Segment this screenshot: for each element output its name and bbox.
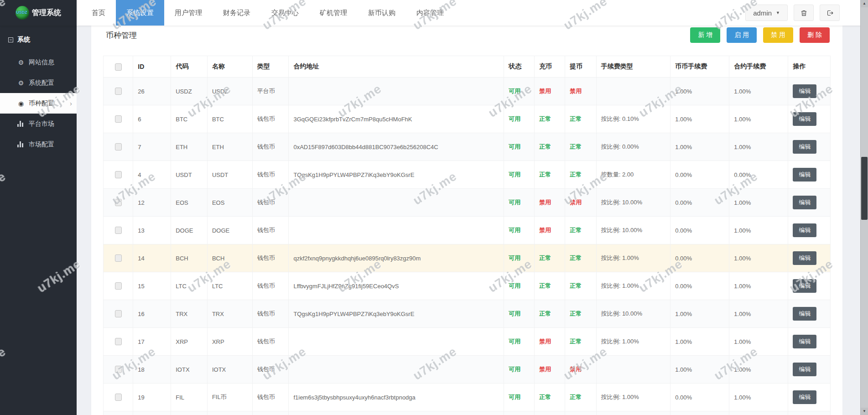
cell-actions: 编辑: [788, 356, 831, 384]
cell-coin-fee: 1.00%: [670, 78, 729, 105]
scrollbar-thumb[interactable]: [861, 157, 868, 220]
cell-checkbox: [104, 133, 133, 161]
table-header-row: ID代码名称类型合约地址状态充币提币手续费类型币币手续费合约手续费操作: [104, 56, 831, 78]
scroll-up-icon[interactable]: ▲: [861, 0, 868, 7]
cell-code: FIL: [171, 384, 208, 411]
row-checkbox[interactable]: [115, 171, 122, 178]
edit-button[interactable]: 编辑: [793, 168, 816, 182]
cell-coin-fee: 0.00%: [670, 189, 729, 217]
cell-deposit: 禁用: [535, 78, 565, 105]
cell-name: TRX: [207, 300, 252, 328]
cell-status: 可用: [504, 300, 535, 328]
row-checkbox[interactable]: [115, 115, 122, 123]
row-checkbox[interactable]: [115, 282, 122, 290]
cell-code: IOTX: [171, 356, 208, 384]
cell-actions: 编辑: [788, 161, 831, 189]
edit-button[interactable]: 编辑: [793, 251, 816, 265]
sidebar-section-system[interactable]: 系统: [0, 26, 77, 52]
cell-deposit: 禁用: [535, 356, 565, 384]
cell-address: TQgsKg1H9pPYLW4PBPZ7iKq3ebY9oKGsrE: [289, 300, 504, 328]
action-button[interactable]: 禁 用: [763, 27, 793, 43]
column-header: 手续费类型: [596, 56, 670, 78]
select-all-checkbox[interactable]: [115, 63, 122, 71]
row-checkbox[interactable]: [115, 143, 122, 150]
cell-code: LTC: [171, 272, 208, 300]
row-checkbox[interactable]: [115, 310, 122, 317]
topnav-item[interactable]: 系统设置: [116, 0, 164, 26]
cell-contract-fee: 1.00%: [729, 328, 788, 356]
topnav-item[interactable]: 矿机管理: [309, 0, 358, 26]
logout-icon: [826, 9, 834, 17]
cell-fee-type: 按比例: 0.00%: [596, 133, 670, 161]
row-checkbox[interactable]: [115, 366, 122, 373]
cell-id: 14: [133, 244, 171, 272]
cell-withdraw: 正常: [565, 105, 597, 133]
edit-button[interactable]: 编辑: [793, 84, 816, 98]
sidebar-item[interactable]: ⚙网站信息: [0, 52, 77, 73]
row-checkbox[interactable]: [115, 227, 122, 234]
cell-contract-fee: 1.00%: [729, 78, 788, 105]
table-row: 16TRXTRX钱包币TQgsKg1H9pPYLW4PBPZ7iKq3ebY9o…: [104, 300, 831, 328]
cell-type: 钱包币: [252, 217, 289, 244]
cell-deposit: 正常: [535, 272, 565, 300]
action-button[interactable]: 删 除: [800, 27, 830, 43]
cell-actions: 编辑: [788, 133, 831, 161]
sidebar-item[interactable]: ◉币种配置›: [0, 93, 77, 114]
scroll-down-icon[interactable]: ▼: [861, 408, 868, 415]
edit-button[interactable]: 编辑: [793, 363, 816, 376]
table-row: 4USDTUSDT钱包币TQgsKg1H9pPYLW4PBPZ7iKq3ebY9…: [104, 161, 831, 189]
cell-type: 钱包币: [252, 244, 289, 272]
user-menu-button[interactable]: admin ▼: [745, 5, 788, 21]
cell-fee-type: 按比例: 10.00%: [596, 217, 670, 244]
top-controls: admin ▼: [745, 0, 868, 26]
topnav: 首页系统设置用户管理财务记录交易中心矿机管理新币认购内容管理: [81, 0, 454, 26]
cell-actions: 编辑: [788, 272, 831, 300]
cell-actions: 编辑: [788, 300, 831, 328]
action-button[interactable]: 新 增: [690, 27, 720, 43]
row-checkbox[interactable]: [115, 338, 122, 345]
topnav-item[interactable]: 用户管理: [164, 0, 213, 26]
cell-type: 钱包币: [252, 384, 289, 411]
row-checkbox[interactable]: [115, 394, 122, 401]
topnav-item[interactable]: 新币认购: [358, 0, 406, 26]
gear-icon: ⚙: [17, 79, 25, 87]
topnav-item[interactable]: 首页: [81, 0, 116, 26]
action-button[interactable]: 启 用: [727, 27, 757, 43]
edit-button[interactable]: 编辑: [793, 196, 816, 209]
cell-withdraw: 正常: [565, 300, 597, 328]
row-checkbox[interactable]: [115, 88, 122, 95]
cell-address: [289, 356, 504, 384]
column-header: 合约地址: [289, 56, 504, 78]
column-header: 充币: [535, 56, 565, 78]
cell-name: ETH: [207, 133, 252, 161]
topnav-item[interactable]: 交易中心: [261, 0, 309, 26]
row-checkbox[interactable]: [115, 254, 122, 262]
topnav-item[interactable]: 内容管理: [406, 0, 454, 26]
cell-fee-type: 按比例: 10.00%: [596, 189, 670, 217]
cell-checkbox: [104, 272, 133, 300]
sidebar-item-label: 平台市场: [29, 120, 54, 128]
sidebar-item[interactable]: 市场配置: [0, 134, 77, 155]
sidebar-item[interactable]: 平台市场: [0, 114, 77, 134]
logout-button[interactable]: [820, 5, 840, 21]
edit-button[interactable]: 编辑: [793, 335, 816, 348]
edit-button[interactable]: 编辑: [793, 307, 816, 321]
edit-button[interactable]: 编辑: [793, 112, 816, 126]
edit-button[interactable]: 编辑: [793, 390, 816, 404]
edit-button[interactable]: 编辑: [793, 223, 816, 237]
cell-type: 钱包币: [252, 161, 289, 189]
cell-name: USDZ: [207, 78, 252, 105]
topnav-item[interactable]: 财务记录: [213, 0, 261, 26]
trash-button[interactable]: [794, 5, 814, 21]
scrollbar[interactable]: ▲ ▼: [860, 0, 868, 415]
row-checkbox[interactable]: [115, 199, 122, 206]
card-header: 币种管理 新 增启 用禁 用删 除: [103, 25, 831, 44]
edit-button[interactable]: 编辑: [793, 279, 816, 293]
table-row: 26USDZUSDZ平台币可用禁用禁用1.00%1.00%编辑: [104, 78, 831, 105]
sidebar-item[interactable]: ⚙系统配置: [0, 73, 77, 93]
cell-code: USDZ: [171, 78, 208, 105]
cell-deposit: 禁用: [535, 411, 565, 415]
cell-address: f1iem6s3j5tbysbhpsuxy4uxyh6nacf3rbtpnodg…: [289, 384, 504, 411]
edit-button[interactable]: 编辑: [793, 140, 816, 154]
table-row: 12EOSEOS钱包币可用禁用禁用按比例: 10.00%0.00%1.00%编辑: [104, 189, 831, 217]
